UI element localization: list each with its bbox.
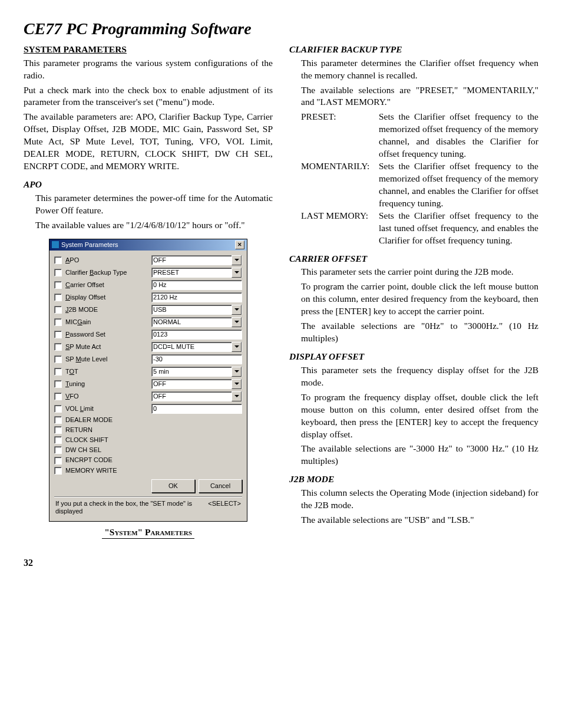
dropdown-field[interactable]: DCD=L MUTE [151, 342, 242, 352]
definition-label: PRESET: [301, 111, 379, 160]
checkbox[interactable] [54, 281, 62, 289]
section-heading: SYSTEM PARAMETERS [24, 44, 273, 56]
definition-text: Sets the Clarifier offset frequency to t… [379, 111, 538, 160]
parameter-label: TOT [65, 368, 148, 375]
body-text: The available selections are "USB" and "… [301, 514, 538, 526]
parameter-label: MICGain [65, 318, 148, 326]
chevron-down-icon[interactable] [232, 255, 242, 265]
checkbox[interactable] [54, 331, 62, 338]
parameter-label: J2B MODE [65, 306, 148, 314]
parameter-label: APO [65, 256, 148, 264]
checkbox[interactable] [54, 405, 62, 413]
parameter-row: MEMORY WRITE [54, 467, 242, 475]
body-text: To program the frequency display offset,… [301, 391, 538, 441]
parameter-row: RETURN [54, 426, 242, 434]
body-text: This parameter determines the Clarifier … [301, 57, 538, 82]
checkbox[interactable] [54, 294, 62, 301]
checkbox[interactable] [54, 457, 62, 465]
parameter-row: ENCRPT CODE [54, 456, 242, 464]
text-field[interactable]: 0 [151, 404, 242, 414]
checkbox[interactable] [54, 256, 62, 264]
close-icon[interactable]: ✕ [235, 241, 244, 249]
checkbox[interactable] [54, 436, 62, 444]
dropdown-field[interactable]: PRESET [151, 268, 242, 278]
status-hint: <SELECT> [208, 500, 241, 515]
status-text: If you put a check in the box, the "SET … [55, 500, 208, 515]
body-text: The available selections are "PRESET," "… [301, 84, 538, 109]
page-number: 32 [24, 556, 538, 569]
chevron-down-icon[interactable] [232, 342, 242, 352]
checkbox[interactable] [54, 355, 62, 363]
body-text: To program the carrier point, double cli… [301, 281, 538, 318]
body-text: The available parameters are: APO, Clari… [24, 111, 273, 173]
body-text: This parameter sets the frequency displa… [301, 364, 538, 389]
text-field[interactable]: -30 [151, 354, 242, 364]
parameter-row: Clarifier Backup TypePRESET [54, 268, 242, 278]
definition-label: LAST MEMORY: [301, 210, 379, 247]
chevron-down-icon[interactable] [232, 305, 242, 315]
parameter-label: DW CH SEL [65, 446, 148, 454]
checkbox[interactable] [54, 306, 62, 314]
checkbox[interactable] [54, 446, 62, 454]
parameter-label: Carrier Offset [65, 281, 148, 289]
checkbox[interactable] [54, 269, 62, 276]
parameter-row: Carrier Offset0 Hz [54, 280, 242, 290]
subheading-j2b: J2B MODE [289, 473, 538, 486]
dropdown-field[interactable]: OFF [151, 391, 242, 401]
body-text: This parameter sets the carrier point du… [301, 266, 538, 278]
ok-button[interactable]: OK [151, 479, 195, 493]
parameter-row: MICGainNORMAL [54, 317, 242, 327]
definition-row: LAST MEMORY:Sets the Clarifier offset fr… [289, 210, 538, 247]
subheading-apo: APO [24, 179, 273, 191]
app-icon [52, 241, 59, 248]
parameter-label: SP Mute Level [65, 355, 148, 363]
checkbox[interactable] [54, 393, 62, 400]
parameter-label: VOL Limit [65, 405, 148, 413]
checkbox[interactable] [54, 426, 62, 434]
parameter-row: VOL Limit0 [54, 404, 242, 414]
chevron-down-icon[interactable] [232, 367, 242, 377]
parameter-row: CLOCK SHIFT [54, 436, 242, 444]
parameter-label: Display Offset [65, 294, 148, 301]
dropdown-field[interactable]: NORMAL [151, 317, 242, 327]
parameter-label: Tuning [65, 380, 148, 388]
body-text: The available selections are "0Hz" to "3… [301, 320, 538, 345]
definition-text: Sets the Clarifier offset frequency to t… [379, 160, 538, 210]
body-text: This parameter programs the various syst… [24, 57, 273, 82]
dropdown-field[interactable]: USB [151, 305, 242, 315]
checkbox[interactable] [54, 416, 62, 424]
figure-caption: "System" Parameters [24, 526, 273, 539]
text-field[interactable]: 2120 Hz [151, 292, 242, 302]
parameter-label: ENCRPT CODE [65, 456, 148, 464]
parameter-row: Password Set0123 [54, 330, 242, 340]
text-field[interactable]: 0123 [151, 330, 242, 340]
parameter-row: Display Offset2120 Hz [54, 292, 242, 302]
parameter-label: CLOCK SHIFT [65, 436, 148, 444]
left-column: SYSTEM PARAMETERS This parameter program… [24, 44, 273, 539]
parameter-label: VFO [65, 393, 148, 400]
chevron-down-icon[interactable] [232, 268, 242, 278]
dialog-titlebar[interactable]: System Parameters ✕ [49, 239, 247, 251]
definition-text: Sets the Clarifier offset frequency to t… [379, 210, 538, 247]
dropdown-field[interactable]: OFF [151, 379, 242, 389]
system-parameters-dialog: System Parameters ✕ APOOFFClarifier Back… [49, 239, 247, 522]
chevron-down-icon[interactable] [232, 391, 242, 401]
cancel-button[interactable]: Cancel [199, 479, 242, 493]
parameter-label: SP Mute Act [65, 343, 148, 351]
dropdown-field[interactable]: 5 min [151, 367, 242, 377]
checkbox[interactable] [54, 467, 62, 475]
checkbox[interactable] [54, 368, 62, 375]
checkbox[interactable] [54, 380, 62, 388]
dropdown-field[interactable]: OFF [151, 255, 242, 265]
body-text: This parameter determines the power-off … [35, 192, 273, 217]
body-text: Put a check mark into the check box to e… [24, 84, 273, 109]
definition-label: MOMENTARILY: [301, 160, 379, 210]
parameter-row: SP Mute ActDCD=L MUTE [54, 342, 242, 352]
checkbox[interactable] [54, 343, 62, 351]
parameter-label: MEMORY WRITE [65, 467, 148, 475]
subheading-carrier-offset: CARRIER OFFSET [289, 253, 538, 265]
text-field[interactable]: 0 Hz [151, 280, 242, 290]
chevron-down-icon[interactable] [232, 379, 242, 389]
checkbox[interactable] [54, 318, 62, 326]
chevron-down-icon[interactable] [232, 317, 242, 327]
